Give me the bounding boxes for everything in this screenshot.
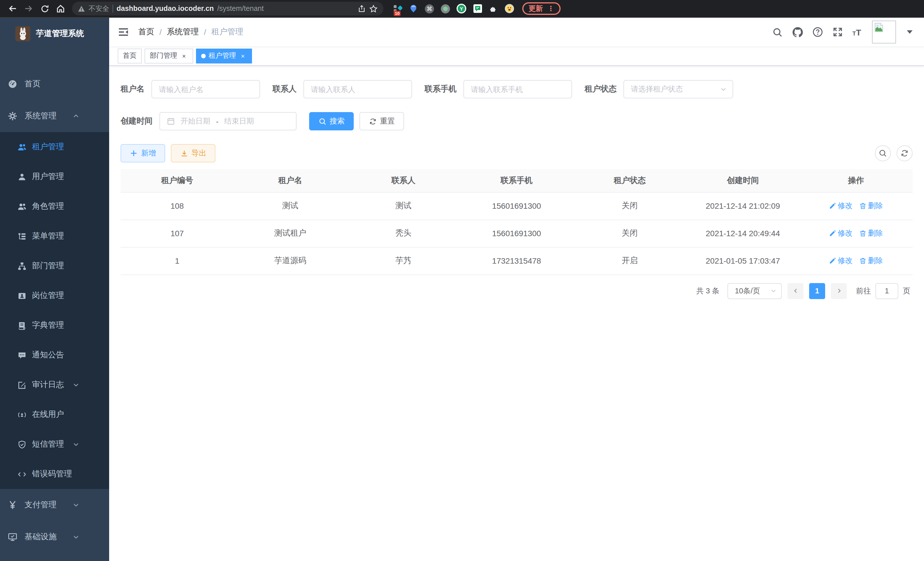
sidebar-item-notice[interactable]: 通知公告 bbox=[0, 340, 109, 370]
avatar[interactable] bbox=[872, 21, 896, 44]
security-label: 不安全 bbox=[88, 4, 109, 14]
cell-contact: 测试 bbox=[347, 192, 460, 220]
tab-dept[interactable]: 部门管理 × bbox=[145, 48, 193, 63]
extension-grid-icon[interactable]: 10 bbox=[393, 4, 402, 14]
edit-link[interactable]: 修改 bbox=[829, 256, 853, 266]
tab-tenant[interactable]: 租户管理 × bbox=[196, 48, 252, 63]
forward-icon[interactable] bbox=[22, 2, 35, 15]
sidebar-item-user[interactable]: 用户管理 bbox=[0, 162, 109, 192]
breadcrumb-home[interactable]: 首页 bbox=[138, 27, 154, 37]
browser-menu-kebab-icon[interactable]: ⋮ bbox=[548, 5, 554, 13]
cell-mobile: 17321315478 bbox=[460, 247, 573, 274]
fullscreen-icon[interactable] bbox=[832, 27, 843, 37]
help-icon[interactable] bbox=[812, 27, 823, 37]
extension-chat-icon[interactable] bbox=[472, 4, 482, 14]
sidebar-collapse-icon[interactable] bbox=[118, 26, 129, 38]
sidebar-item-online[interactable]: 在线用户 bbox=[0, 400, 109, 429]
edit-link[interactable]: 修改 bbox=[829, 201, 853, 211]
extensions-bar: 10 ⌘ Y bbox=[393, 4, 514, 14]
delete-link[interactable]: 删除 bbox=[860, 228, 883, 238]
sidebar-item-sms[interactable]: 短信管理 bbox=[0, 429, 109, 459]
search-button[interactable]: 搜索 bbox=[309, 112, 354, 130]
online-user-icon bbox=[17, 410, 26, 419]
bookmark-star-icon[interactable] bbox=[369, 4, 378, 13]
filter-tenant-name: 租户名 bbox=[121, 80, 260, 98]
sidebar-item-infra[interactable]: 基础设施 bbox=[0, 521, 109, 553]
mobile-label: 联系手机 bbox=[424, 84, 464, 94]
sidebar-item-dept[interactable]: 部门管理 bbox=[0, 251, 109, 281]
close-icon[interactable]: × bbox=[180, 52, 188, 60]
prev-page-button[interactable] bbox=[788, 283, 803, 299]
sidebar-item-home[interactable]: 首页 bbox=[0, 68, 109, 100]
svg-text:⌘: ⌘ bbox=[427, 5, 432, 12]
extensions-puzzle-icon[interactable] bbox=[489, 4, 498, 14]
sidebar-item-tenant[interactable]: 租户管理 bbox=[0, 132, 109, 162]
omnibox-divider bbox=[112, 5, 113, 13]
profile-avatar-icon[interactable] bbox=[505, 4, 514, 14]
tab-label: 部门管理 bbox=[150, 51, 177, 61]
extension-balloon-icon[interactable] bbox=[409, 4, 418, 14]
tenant-name-label: 租户名 bbox=[121, 84, 152, 94]
sidebar-item-label: 通知公告 bbox=[32, 350, 64, 360]
sidebar-item-menu[interactable]: 菜单管理 bbox=[0, 221, 109, 251]
edit-link[interactable]: 修改 bbox=[829, 228, 853, 238]
cell-id: 108 bbox=[121, 192, 234, 220]
address-bar[interactable]: 不安全 dashboard.yudao.iocoder.cn/system/te… bbox=[72, 2, 383, 15]
page-size-select[interactable]: 10条/页 bbox=[728, 283, 782, 299]
refresh-table-button[interactable] bbox=[897, 145, 913, 161]
delete-link[interactable]: 删除 bbox=[860, 256, 883, 266]
browser-update-button[interactable]: 更新 ⋮ bbox=[522, 2, 561, 15]
sidebar-item-dict[interactable]: 字典管理 bbox=[0, 311, 109, 340]
back-icon[interactable] bbox=[6, 2, 20, 15]
main-area: 首页 / 系统管理 / 租户管理 bbox=[109, 18, 924, 561]
pagination-jumper: 前往 页 bbox=[856, 283, 910, 299]
filter-row-2: 创建时间 开始日期 - 结束日期 bbox=[121, 112, 913, 130]
export-button[interactable]: 导出 bbox=[171, 144, 215, 162]
sidebar-item-dev[interactable]: 研发工具 bbox=[0, 553, 109, 561]
col-created: 创建时间 bbox=[686, 169, 800, 192]
tenant-name-input[interactable] bbox=[152, 80, 260, 98]
pagination: 共 3 条 10条/页 1 前往 bbox=[121, 283, 910, 299]
sidebar-item-label: 岗位管理 bbox=[32, 290, 64, 301]
extension-yudao-icon[interactable]: Y bbox=[457, 4, 466, 14]
contact-input[interactable] bbox=[303, 80, 412, 98]
page-1-button[interactable]: 1 bbox=[809, 283, 825, 299]
share-icon[interactable] bbox=[358, 5, 366, 13]
avatar-caret-icon[interactable] bbox=[907, 30, 913, 34]
extension-command-icon[interactable]: ⌘ bbox=[424, 4, 434, 14]
table-row: 107 测试租户 秃头 15601691300 关闭 2021-12-14 20… bbox=[121, 220, 913, 247]
sidebar-item-role[interactable]: 角色管理 bbox=[0, 192, 109, 221]
app-title: 芋道管理系统 bbox=[36, 29, 84, 39]
status-select[interactable]: 请选择租户状态 bbox=[623, 80, 733, 98]
mobile-input[interactable] bbox=[464, 80, 572, 98]
delete-link[interactable]: 删除 bbox=[860, 201, 883, 211]
cell-created: 2021-12-14 21:02:09 bbox=[686, 192, 800, 220]
github-icon[interactable] bbox=[792, 27, 802, 37]
badge-card-icon bbox=[17, 291, 26, 300]
reload-icon[interactable] bbox=[38, 2, 51, 15]
log-pencil-icon bbox=[17, 380, 26, 390]
font-size-icon[interactable]: TT bbox=[852, 28, 861, 36]
reset-button[interactable]: 重置 bbox=[359, 112, 404, 130]
add-button[interactable]: 新增 bbox=[121, 144, 165, 162]
extension-record-icon[interactable] bbox=[441, 4, 450, 14]
header-search-icon[interactable] bbox=[772, 27, 783, 37]
breadcrumb-system[interactable]: 系统管理 bbox=[167, 27, 199, 37]
show-search-button[interactable] bbox=[875, 145, 891, 161]
active-dot bbox=[201, 53, 206, 58]
sidebar-item-system[interactable]: 系统管理 bbox=[0, 100, 109, 132]
sidebar-item-errcode[interactable]: 错误码管理 bbox=[0, 459, 109, 489]
close-icon[interactable]: × bbox=[239, 52, 247, 60]
sidebar-logo[interactable]: 芋道管理系统 bbox=[0, 18, 109, 50]
date-range-picker[interactable]: 开始日期 - 结束日期 bbox=[159, 112, 297, 130]
sidebar-item-pay[interactable]: 支付管理 bbox=[0, 489, 109, 521]
home-icon[interactable] bbox=[54, 2, 68, 15]
sidebar-item-post[interactable]: 岗位管理 bbox=[0, 281, 109, 311]
col-status: 租户状态 bbox=[573, 169, 686, 192]
end-date-placeholder: 结束日期 bbox=[224, 116, 254, 126]
next-page-button[interactable] bbox=[831, 283, 847, 299]
col-tenant-id: 租户编号 bbox=[121, 169, 234, 192]
tab-home[interactable]: 首页 bbox=[118, 48, 142, 63]
goto-page-input[interactable] bbox=[875, 283, 898, 299]
sidebar-item-audit[interactable]: 审计日志 bbox=[0, 370, 109, 400]
